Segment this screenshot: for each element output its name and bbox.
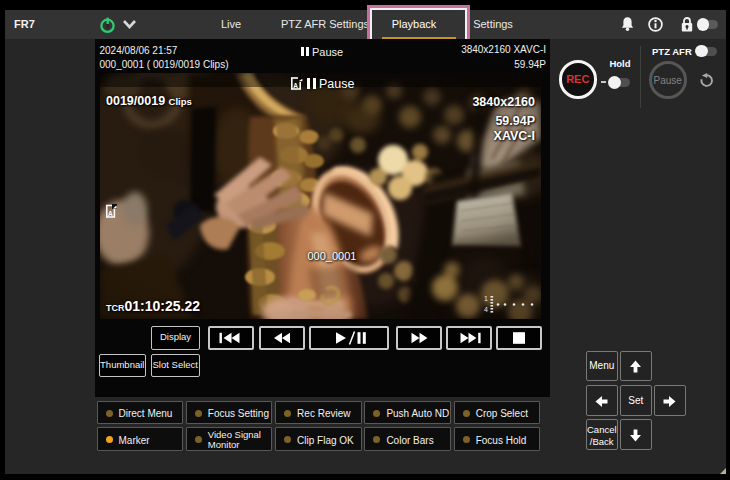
svg-text:A: A xyxy=(293,82,298,89)
svg-text:4: 4 xyxy=(484,306,488,313)
svg-text:A: A xyxy=(108,210,113,217)
svg-text:1: 1 xyxy=(484,295,488,302)
